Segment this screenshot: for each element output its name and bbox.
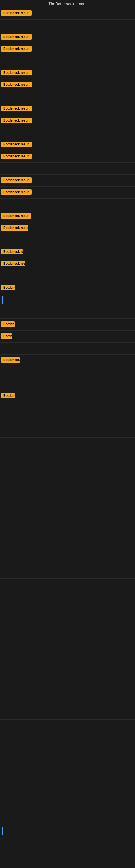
table-row bbox=[0, 755, 135, 790]
bottleneck-result-badge[interactable]: Bottleneck result bbox=[1, 34, 32, 40]
cursor-indicator-bottom bbox=[1, 827, 3, 836]
bottleneck-result-badge[interactable]: Bottleneck result bbox=[1, 142, 32, 147]
bottleneck-badge-wrap: Bottleneck result bbox=[1, 82, 32, 88]
bottleneck-result-badge[interactable]: Bottleneck result bbox=[1, 393, 14, 399]
bottleneck-result-badge[interactable]: Bottleneck result bbox=[1, 261, 26, 267]
table-row: Bottleneck result bbox=[0, 211, 135, 222]
bottleneck-badge-wrap: Bottleneck result bbox=[1, 357, 20, 364]
bottleneck-badge-wrap: Bottleneck result bbox=[1, 142, 32, 148]
bottleneck-result-badge[interactable]: Bottleneck result bbox=[1, 213, 31, 219]
bottleneck-result-badge[interactable]: Bottleneck result bbox=[1, 189, 32, 195]
table-row: Bottleneck result bbox=[0, 222, 135, 235]
table-row: Bottleneck result bbox=[0, 331, 135, 343]
bottleneck-result-badge[interactable]: Bottleneck result bbox=[1, 46, 32, 52]
table-row: Bottleneck result bbox=[0, 390, 135, 402]
table-row bbox=[0, 270, 135, 282]
table-row: Bottleneck result bbox=[0, 319, 135, 331]
table-row: Bottleneck result bbox=[0, 187, 135, 198]
bottleneck-badge-wrap: Bottleneck result bbox=[1, 189, 32, 196]
table-row bbox=[0, 790, 135, 826]
table-row: Bottleneck result bbox=[0, 139, 135, 151]
bottleneck-badge-wrap: Bottleneck result bbox=[1, 249, 23, 255]
bottleneck-badge-wrap: Bottleneck result bbox=[1, 225, 28, 231]
table-row: Bottleneck result bbox=[0, 246, 135, 258]
table-row bbox=[0, 343, 135, 354]
table-row bbox=[0, 55, 135, 67]
table-row bbox=[0, 614, 135, 649]
bottleneck-badge-wrap: Bottleneck result bbox=[1, 285, 14, 291]
bottleneck-result-badge[interactable]: Bottleneck result bbox=[1, 357, 20, 363]
bottleneck-badge-wrap: Bottleneck result bbox=[1, 393, 14, 400]
table-row: Bottleneck result bbox=[0, 151, 135, 163]
table-row: Bottleneck result bbox=[0, 258, 135, 270]
bottleneck-result-badge[interactable]: Bottleneck result bbox=[1, 177, 32, 183]
bottleneck-badge-wrap: Bottleneck result bbox=[1, 118, 32, 124]
table-row: Bottleneck result bbox=[0, 354, 135, 367]
table-row bbox=[0, 473, 135, 508]
bottom-padding bbox=[0, 838, 135, 865]
text-cursor bbox=[2, 296, 3, 304]
bottleneck-result-badge[interactable]: Bottleneck result bbox=[1, 118, 32, 123]
bottleneck-result-badge[interactable]: Bottleneck result bbox=[1, 225, 28, 230]
table-row bbox=[0, 20, 135, 31]
bottleneck-result-badge[interactable]: Bottleneck result bbox=[1, 106, 32, 111]
table-row: Bottleneck result bbox=[0, 103, 135, 115]
table-row: Bottleneck result bbox=[0, 31, 135, 43]
table-row bbox=[0, 826, 135, 838]
cursor-indicator bbox=[1, 296, 3, 305]
bottleneck-badge-wrap: Bottleneck result bbox=[1, 46, 32, 53]
table-row bbox=[0, 235, 135, 246]
table-row bbox=[0, 543, 135, 579]
table-row bbox=[0, 720, 135, 755]
bottleneck-badge-wrap: Bottleneck result bbox=[1, 34, 32, 41]
table-row: Bottleneck result bbox=[0, 79, 135, 91]
bottleneck-badge-wrap: Bottleneck result bbox=[1, 333, 12, 340]
bottleneck-badge-wrap: Bottleneck result bbox=[1, 213, 31, 220]
bottleneck-badge-wrap: Bottleneck result bbox=[1, 106, 32, 112]
bottleneck-result-badge[interactable]: Bottleneck result bbox=[1, 10, 32, 16]
table-row bbox=[0, 402, 135, 437]
bottleneck-result-badge[interactable]: Bottleneck result bbox=[1, 333, 12, 339]
table-row: Bottleneck result bbox=[0, 8, 135, 20]
table-row bbox=[0, 127, 135, 139]
table-row bbox=[0, 294, 135, 307]
site-header: TheBottlenecker.com bbox=[0, 0, 135, 8]
table-row: Bottleneck result bbox=[0, 282, 135, 294]
table-row bbox=[0, 437, 135, 473]
bottleneck-result-badge[interactable]: Bottleneck result bbox=[1, 285, 14, 290]
bottleneck-result-badge[interactable]: Bottleneck result bbox=[1, 321, 14, 327]
table-row: Bottleneck result bbox=[0, 67, 135, 79]
site-title: TheBottlenecker.com bbox=[0, 0, 135, 8]
table-row bbox=[0, 649, 135, 684]
bottleneck-result-badge[interactable]: Bottleneck result bbox=[1, 82, 32, 87]
table-row bbox=[0, 367, 135, 390]
bottleneck-result-badge[interactable]: Bottleneck result bbox=[1, 249, 23, 254]
table-row: Bottleneck result bbox=[0, 175, 135, 187]
bottleneck-badge-wrap: Bottleneck result bbox=[1, 177, 32, 184]
table-row bbox=[0, 508, 135, 543]
table-row: Bottleneck result bbox=[0, 115, 135, 127]
table-row bbox=[0, 91, 135, 103]
bottleneck-badge-wrap: Bottleneck result bbox=[1, 261, 26, 268]
bottleneck-badge-wrap: Bottleneck result bbox=[1, 154, 32, 160]
table-row bbox=[0, 163, 135, 175]
bottleneck-result-badge[interactable]: Bottleneck result bbox=[1, 154, 32, 159]
table-row bbox=[0, 579, 135, 614]
table-row bbox=[0, 307, 135, 319]
table-row bbox=[0, 684, 135, 720]
table-row: Bottleneck result bbox=[0, 43, 135, 55]
bottleneck-badge-wrap: Bottleneck result bbox=[1, 321, 14, 328]
bottleneck-badge-wrap: Bottleneck result bbox=[1, 70, 32, 76]
bottleneck-result-badge[interactable]: Bottleneck result bbox=[1, 70, 32, 75]
table-row bbox=[0, 198, 135, 211]
text-cursor-bottom bbox=[2, 827, 3, 835]
bottleneck-badge-wrap: Bottleneck result bbox=[1, 10, 32, 17]
